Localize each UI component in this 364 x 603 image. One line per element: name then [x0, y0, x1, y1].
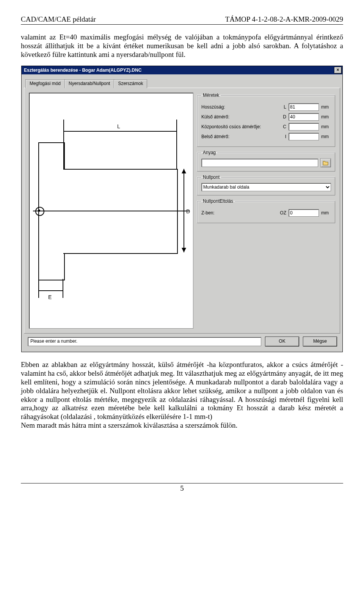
- header-left: CAD/CAM/CAE példatár: [21, 15, 96, 24]
- close-icon[interactable]: ×: [334, 67, 342, 74]
- sym-d: D: [278, 114, 286, 120]
- legend-meretek: Méretek: [201, 93, 221, 98]
- browse-material-button[interactable]: [320, 158, 331, 167]
- input-belso[interactable]: [289, 133, 319, 140]
- tab-megfogasi[interactable]: Megfogási mód: [25, 79, 65, 88]
- combo-nullpont[interactable]: Munkadarab bal oldala: [201, 183, 331, 191]
- input-zben[interactable]: [289, 209, 319, 217]
- paragraph-2: Ebben az ablakban az előgyártmány hosszá…: [21, 361, 343, 430]
- input-kulso[interactable]: [289, 113, 319, 121]
- dim-label-l: L: [117, 123, 120, 129]
- sym-l: L: [278, 104, 286, 110]
- label-kulso: Külső átmérő:: [201, 114, 276, 120]
- label-belso: Belső átmérő:: [201, 134, 276, 139]
- legend-nullpont: Nullpont: [201, 175, 221, 180]
- unit-c: mm: [321, 124, 331, 129]
- header-right: TÁMOP 4-1-2-08-2-A-KMR-2009-0029: [225, 15, 343, 24]
- page-number: 5: [21, 483, 343, 493]
- drawing-pane: L D E: [29, 93, 193, 329]
- unit-d: mm: [321, 114, 331, 120]
- unit-i: mm: [321, 134, 331, 139]
- dialog-window: Esztergálás berendezése - Bogar Adam(ALG…: [21, 66, 343, 352]
- unit-l: mm: [321, 104, 331, 110]
- group-anyag: Anyag: [197, 150, 335, 172]
- input-hosszusag[interactable]: [289, 103, 319, 111]
- label-hosszusag: Hosszúság:: [201, 104, 276, 110]
- paragraph-1: valamint az Et=40 maximális megfogási mé…: [21, 33, 343, 59]
- titlebar[interactable]: Esztergálás berendezése - Bogar Adam(ALG…: [22, 66, 342, 74]
- status-text: Please enter a number.: [28, 337, 261, 346]
- cancel-button[interactable]: Mégse: [303, 337, 337, 346]
- group-eltolas: NullpontEltolás Z-ben: OZ mm: [197, 198, 335, 223]
- page-header: CAD/CAM/CAE példatár TÁMOP 4-1-2-08-2-A-…: [21, 15, 343, 25]
- legend-eltolas: NullpontEltolás: [201, 198, 235, 204]
- group-meretek: Méretek Hosszúság: L mm Külső átmérő: D …: [197, 93, 335, 147]
- dialog-title: Esztergálás berendezése - Bogar Adam(ALG…: [24, 68, 141, 73]
- tab-szerszamok[interactable]: Szerszámok: [114, 79, 147, 88]
- label-zben: Z-ben:: [201, 210, 273, 216]
- tab-nyersdarab[interactable]: Nyersdarab/Nullpont: [64, 79, 114, 88]
- sym-oz: OZ: [275, 210, 286, 216]
- group-nullpont: Nullpont Munkadarab bal oldala: [197, 175, 335, 195]
- legend-anyag: Anyag: [201, 150, 217, 155]
- dim-label-e: E: [48, 294, 52, 300]
- unit-oz: mm: [321, 210, 331, 216]
- sym-c: C: [278, 124, 286, 129]
- label-csucs: Központosító csúcs átmérője:: [201, 124, 276, 129]
- tab-strip: Megfogási mód Nyersdarab/Nullpont Szersz…: [24, 79, 340, 88]
- tab-content: L D E Méretek: [24, 88, 340, 334]
- dim-label-d: D: [186, 208, 190, 214]
- input-anyag[interactable]: [201, 159, 318, 167]
- input-csucs[interactable]: [289, 123, 319, 131]
- folder-open-icon: [323, 160, 329, 165]
- sym-i: I: [278, 134, 286, 139]
- ok-button[interactable]: OK: [265, 337, 299, 346]
